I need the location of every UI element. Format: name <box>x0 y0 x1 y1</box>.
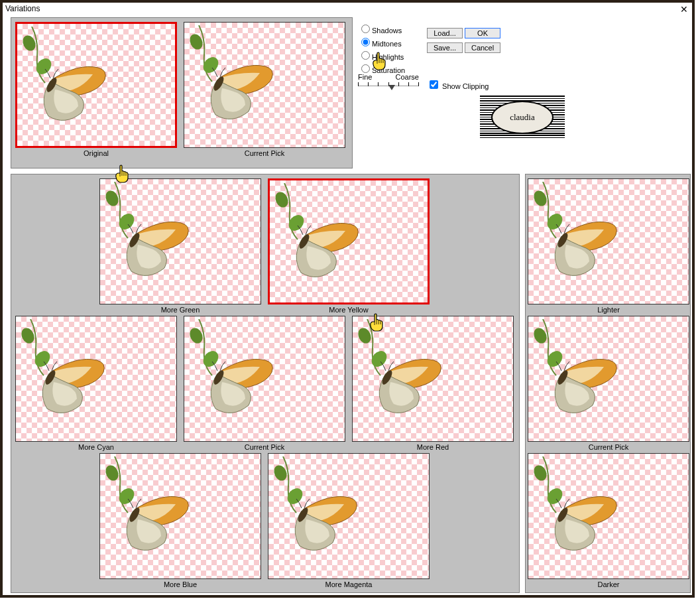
button-column: Load... OK Save... Cancel <box>427 28 500 57</box>
author-logo: claudia <box>480 96 565 139</box>
thumb-darker[interactable]: Darker <box>528 453 689 588</box>
thumb-current-pick-right[interactable]: Current Pick <box>528 316 689 451</box>
thumb-more-cyan[interactable]: More Cyan <box>15 316 177 451</box>
thumb-more-blue[interactable]: More Blue <box>99 453 261 588</box>
color-variations-panel: More Green More Yellow More Cyan Current… <box>11 174 520 593</box>
thumb-label: More Yellow <box>268 304 430 314</box>
load-button[interactable]: Load... <box>427 28 463 38</box>
radio-midtones[interactable]: Midtones <box>358 36 405 49</box>
cancel-button[interactable]: Cancel <box>465 42 500 53</box>
thumb-lighter[interactable]: Lighter <box>528 178 689 314</box>
thumb-current-pick-center[interactable]: Current Pick <box>184 316 345 451</box>
save-button[interactable]: Save... <box>427 42 463 53</box>
hand-pointer-icon <box>369 313 384 332</box>
lightness-panel: Lighter Current Pick Darker <box>525 174 691 593</box>
thumb-label: Current Pick <box>184 442 345 451</box>
thumb-label: More Cyan <box>15 442 177 451</box>
variations-dialog: Variations ✕ Original Current Pick Shado… <box>0 0 695 598</box>
thumb-label: Darker <box>528 579 689 588</box>
thumb-label: Current Pick <box>184 148 345 157</box>
thumb-label: Lighter <box>528 304 689 314</box>
thumb-more-red[interactable]: More Red <box>352 316 514 451</box>
radio-shadows[interactable]: Shadows <box>358 23 405 36</box>
thumb-label: More Green <box>99 304 261 314</box>
slider-label-fine: Fine <box>358 73 372 81</box>
thumb-label: Original <box>15 148 177 157</box>
hand-pointer-icon <box>371 52 387 70</box>
show-clipping-checkbox[interactable]: Show Clipping <box>427 78 489 91</box>
thumb-label: Current Pick <box>528 442 689 451</box>
thumb-more-magenta[interactable]: More Magenta <box>268 453 430 588</box>
thumb-more-green[interactable]: More Green <box>99 178 261 314</box>
thumb-more-yellow[interactable]: More Yellow <box>268 178 430 314</box>
window-title: Variations <box>5 4 40 13</box>
thumb-original[interactable]: Original <box>15 22 177 157</box>
top-panel: Original Current Pick <box>11 17 353 168</box>
thumb-current-pick-top[interactable]: Current Pick <box>184 22 345 157</box>
slider-handle[interactable] <box>388 85 395 90</box>
ok-button[interactable]: OK <box>465 28 500 38</box>
fine-coarse-slider[interactable]: Fine Coarse <box>358 73 419 90</box>
thumb-label: More Magenta <box>268 579 430 588</box>
slider-label-coarse: Coarse <box>396 73 419 81</box>
logo-text: claudia <box>491 101 554 134</box>
thumb-label: More Red <box>352 442 514 451</box>
hand-pointer-icon <box>114 165 130 183</box>
thumb-label: More Blue <box>99 579 261 588</box>
close-icon[interactable]: ✕ <box>680 4 688 15</box>
